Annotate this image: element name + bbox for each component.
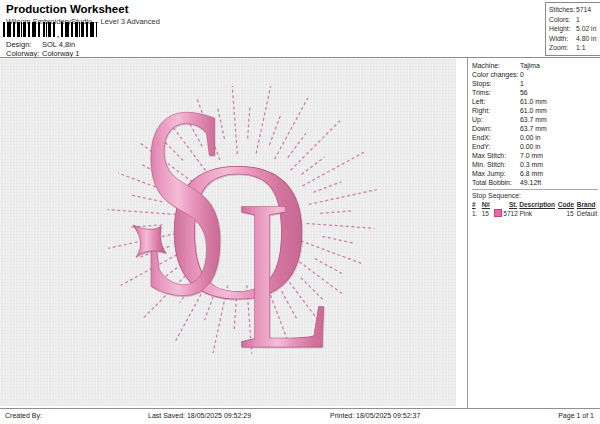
footer-last-saved: Last Saved: 18/05/2025 09:52:29 [148, 412, 251, 419]
design-value: SOL 4,8in [42, 40, 75, 49]
design-barcode: , [3, 22, 97, 37]
design-name-row: Design:SOL 4,8in [6, 40, 75, 49]
info-color-changes: Color changes:0 [472, 70, 600, 79]
footer-created-by: Created By: [5, 412, 42, 419]
stat-zoom: Zoom:1:1 [549, 43, 600, 53]
barcode-bars-left [3, 22, 55, 37]
info-left: Left:61.0 mm [472, 97, 600, 106]
production-worksheet-page: Production Worksheet Wilcom EmbroiderySt… [0, 0, 600, 424]
info-up: Up:63.7 mm [472, 115, 600, 124]
info-right: Right:61.0 mm [472, 106, 600, 115]
machine-info-panel: Machine:Tajima Color changes:0 Stops:1 T… [467, 58, 600, 408]
thread-color-swatch [494, 209, 502, 217]
stat-stitches: Stitches:5714 [549, 5, 600, 15]
info-min-stitch: Min. Stitch:0.3 mm [472, 160, 600, 169]
stop-sequence-title: Stop Sequence: [472, 191, 598, 200]
stat-width: Width:4.80 in [549, 34, 600, 44]
info-trims: Trims:56 [472, 88, 600, 97]
design-canvas: O L S [0, 58, 456, 406]
footer-page-number: Page 1 of 1 [558, 412, 594, 419]
stat-height: Height:5.02 in [549, 24, 600, 34]
stop-sequence-header: # N# St. Description Code Brand [472, 200, 598, 209]
monogram-letter-l: L [237, 156, 333, 393]
info-max-jump: Max Jump:6.8 mm [472, 169, 600, 178]
info-endx: EndX:0.00 in [472, 133, 600, 142]
info-max-stitch: Max Stitch:7.0 mm [472, 151, 600, 160]
info-stops: Stops:1 [472, 79, 600, 88]
monogram-letter-s: S [140, 58, 230, 352]
stat-colors: Colors:1 [549, 15, 600, 25]
footer-printed: Printed: 18/05/2025 09:52:37 [330, 412, 420, 419]
embroidery-design: O L S [0, 58, 456, 406]
info-endy: EndY:0.00 in [472, 142, 600, 151]
barcode-bars-right [61, 22, 97, 37]
stop-sequence-row: 1. 15 5712 Pink 15 Default [472, 209, 598, 218]
info-machine: Machine:Tajima [472, 61, 600, 70]
info-total-bobbin: Total Bobbin:49.12ft [472, 178, 600, 187]
info-down: Down:63.7 mm [472, 124, 600, 133]
footer-divider [0, 408, 600, 409]
design-stats-box: Stitches:5714 Colors:1 Height:5.02 in Wi… [545, 2, 600, 56]
design-label: Design: [6, 40, 42, 49]
stop-sequence-section: Stop Sequence: # N# St. Description Code… [472, 189, 598, 218]
page-title: Production Worksheet [6, 3, 128, 15]
